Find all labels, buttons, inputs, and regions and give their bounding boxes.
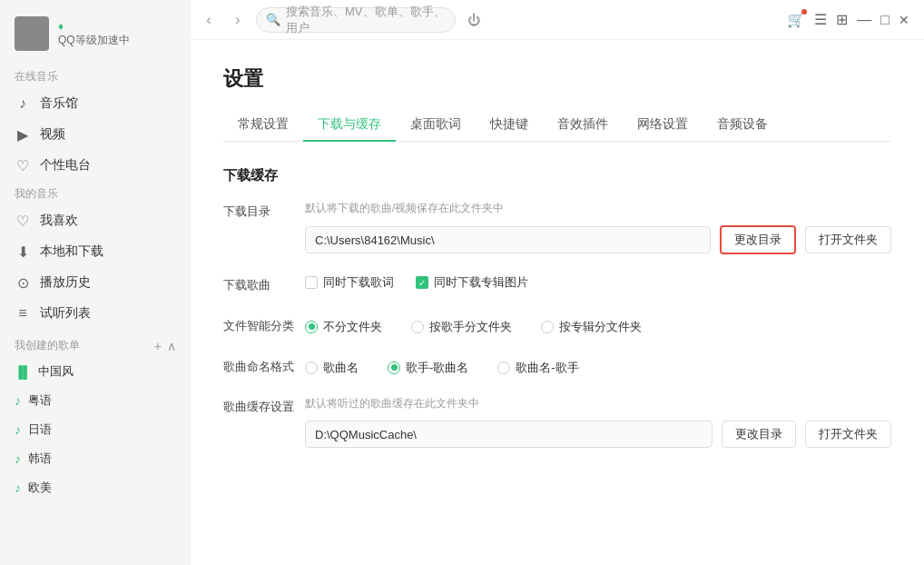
song-cache-path: D:\QQMusicCache\ <box>305 421 713 448</box>
cb-album-art-label: 同时下载专辑图片 <box>434 274 528 291</box>
sidebar-header: ♦ QQ等级加速中 <box>0 7 191 64</box>
my-music-section: 我的音乐 <box>0 181 191 205</box>
cb-download-album-art[interactable]: ✓ 同时下载专辑图片 <box>416 274 528 291</box>
playlist-western[interactable]: ♪ 欧美 <box>0 473 191 502</box>
sidebar-item-label: 本地和下载 <box>40 243 103 260</box>
download-song-row: 下载歌曲 同时下载歌词 ✓ 同时下载专辑图片 <box>223 274 891 295</box>
settings-title: 设置 <box>223 65 891 93</box>
download-dir-path: C:\Users\84162\Music\ <box>305 226 711 253</box>
minimize-button[interactable]: — <box>857 12 871 28</box>
download-song-content: 同时下载歌词 ✓ 同时下载专辑图片 <box>305 274 891 291</box>
change-dir-button[interactable]: 更改目录 <box>720 225 796 254</box>
radio-singer-songname-btn <box>388 362 400 374</box>
file-classify-content: 不分文件夹 按歌手分文件夹 按专辑分文件夹 <box>305 315 891 335</box>
menu-icon[interactable]: ☰ <box>814 11 827 28</box>
song-cache-desc: 默认将听过的歌曲缓存在此文件夹中 <box>305 396 891 411</box>
video-icon: ▶ <box>15 126 31 143</box>
tab-network[interactable]: 网络设置 <box>623 109 703 142</box>
sidebar-item-music-hall[interactable]: ♪ 音乐馆 <box>0 88 191 119</box>
note-icon: ♪ <box>15 393 21 408</box>
song-cache-content: 默认将听过的歌曲缓存在此文件夹中 D:\QQMusicCache\ 更改目录 打… <box>305 396 891 448</box>
tab-audio-device[interactable]: 音频设备 <box>703 109 782 142</box>
radio-songname-singer[interactable]: 歌曲名-歌手 <box>497 360 578 376</box>
brand-info: ♦ QQ等级加速中 <box>58 20 130 48</box>
back-button[interactable]: ‹ <box>198 9 220 31</box>
playlist-label: 韩语 <box>28 451 52 467</box>
avatar <box>15 16 49 51</box>
cb-lyrics-label: 同时下载歌词 <box>323 274 394 291</box>
collapse-icon[interactable]: ∧ <box>167 339 176 353</box>
sidebar-item-video[interactable]: ▶ 视频 <box>0 119 191 150</box>
radio-songname-singer-label: 歌曲名-歌手 <box>516 360 578 376</box>
search-bar[interactable]: 🔍 搜索音乐、MV、歌单、歌手、用户 <box>256 7 456 33</box>
settings-area: 设置 常规设置 下载与缓存 桌面歌词 快捷键 音效插件 网络设置 音频设备 下载… <box>191 40 924 565</box>
open-dir-button[interactable]: 打开文件夹 <box>805 226 891 253</box>
file-classify-label: 文件智能分类 <box>223 315 305 336</box>
settings-tabs: 常规设置 下载与缓存 桌面歌词 快捷键 音效插件 网络设置 音频设备 <box>223 109 891 142</box>
open-cache-dir-button[interactable]: 打开文件夹 <box>805 421 891 448</box>
change-cache-dir-button[interactable]: 更改目录 <box>722 421 796 448</box>
lyrics-icon[interactable]: ⊞ <box>836 11 848 28</box>
sidebar-item-favorites[interactable]: ♡ 我喜欢 <box>0 205 191 236</box>
download-dir-path-row: C:\Users\84162\Music\ 更改目录 打开文件夹 <box>305 225 891 254</box>
radio-by-album-label: 按专辑分文件夹 <box>559 319 642 335</box>
cb-download-lyrics[interactable]: 同时下载歌词 <box>305 274 394 291</box>
song-name-format-options: 歌曲名 歌手-歌曲名 歌曲名-歌手 <box>305 356 891 376</box>
sidebar-item-play-history[interactable]: ⊙ 播放历史 <box>0 267 191 298</box>
radio-by-album-btn <box>541 321 554 333</box>
maximize-button[interactable]: □ <box>880 12 890 28</box>
list-icon: ≡ <box>15 305 31 322</box>
forward-button[interactable]: › <box>227 9 249 31</box>
tab-desktop-lyrics[interactable]: 桌面歌词 <box>396 109 476 142</box>
tab-shortcut[interactable]: 快捷键 <box>476 109 543 142</box>
sidebar-item-label: 视频 <box>40 126 65 143</box>
download-dir-row: 下载目录 默认将下载的歌曲/视频保存在此文件夹中 C:\Users\84162\… <box>223 201 891 254</box>
radio-singer-songname-label: 歌手-歌曲名 <box>406 360 468 376</box>
radio-by-album[interactable]: 按专辑分文件夹 <box>541 319 642 335</box>
skin-icon[interactable]: 🛒 <box>787 11 805 28</box>
song-name-format-label: 歌曲命名格式 <box>223 356 305 377</box>
tab-download[interactable]: 下载与缓存 <box>303 109 396 142</box>
power-icon[interactable]: ⏻ <box>463 9 485 31</box>
playlist-cantonese[interactable]: ♪ 粤语 <box>0 386 191 415</box>
radio-singer-songname[interactable]: 歌手-歌曲名 <box>388 360 468 376</box>
search-placeholder: 搜索音乐、MV、歌单、歌手、用户 <box>286 4 446 36</box>
add-playlist-icon[interactable]: + <box>154 339 162 353</box>
radio-no-folder-label: 不分文件夹 <box>323 319 382 335</box>
playlist-label: 日语 <box>28 421 52 438</box>
radio-songname-singer-btn <box>497 362 510 374</box>
download-dir-content: 默认将下载的歌曲/视频保存在此文件夹中 C:\Users\84162\Music… <box>305 201 891 254</box>
sidebar-item-label: 音乐馆 <box>40 95 78 112</box>
song-cache-row: 歌曲缓存设置 默认将听过的歌曲缓存在此文件夹中 D:\QQMusicCache\… <box>223 396 891 448</box>
heart-icon: ♡ <box>15 213 31 229</box>
sidebar-item-personal-radio[interactable]: ♡ 个性电台 <box>0 150 191 181</box>
sidebar-item-local-download[interactable]: ⬇ 本地和下载 <box>0 236 191 267</box>
titlebar-right: 🛒 ☰ ⊞ — □ ✕ <box>787 11 909 28</box>
close-button[interactable]: ✕ <box>899 13 909 27</box>
radio-by-singer-label: 按歌手分文件夹 <box>429 319 512 335</box>
brand-icon: ♦ <box>58 20 130 33</box>
radio-no-folder[interactable]: 不分文件夹 <box>305 319 382 335</box>
sidebar-item-trial-list[interactable]: ≡ 试听列表 <box>0 298 191 329</box>
playlist-label: 粤语 <box>28 392 52 409</box>
search-icon: 🔍 <box>266 13 280 26</box>
tab-audio-plugin[interactable]: 音效插件 <box>543 109 623 142</box>
radio-song-name[interactable]: 歌曲名 <box>305 360 359 376</box>
download-dir-label: 下载目录 <box>223 201 305 222</box>
download-icon: ⬇ <box>15 243 31 260</box>
radio-by-singer[interactable]: 按歌手分文件夹 <box>411 319 512 335</box>
sidebar-item-label: 我喜欢 <box>40 213 78 229</box>
playlist-chinese-wind[interactable]: ▐▌ 中国风 <box>0 357 191 386</box>
radio-no-folder-btn <box>305 321 318 333</box>
playlist-japanese[interactable]: ♪ 日语 <box>0 415 191 444</box>
song-name-format-content: 歌曲名 歌手-歌曲名 歌曲名-歌手 <box>305 356 891 376</box>
download-dir-desc: 默认将下载的歌曲/视频保存在此文件夹中 <box>305 201 891 216</box>
download-song-options: 同时下载歌词 ✓ 同时下载专辑图片 <box>305 274 891 291</box>
tab-general[interactable]: 常规设置 <box>223 109 303 142</box>
playlist-label: 中国风 <box>38 363 74 380</box>
file-classify-row: 文件智能分类 不分文件夹 按歌手分文件夹 按专辑分文件夹 <box>223 315 891 336</box>
playlists-section-label: 我创建的歌单 <box>15 338 80 353</box>
playlist-korean[interactable]: ♪ 韩语 <box>0 444 191 473</box>
download-cache-heading: 下载缓存 <box>223 167 891 184</box>
playlists-section: 我创建的歌单 + ∧ <box>0 329 191 357</box>
